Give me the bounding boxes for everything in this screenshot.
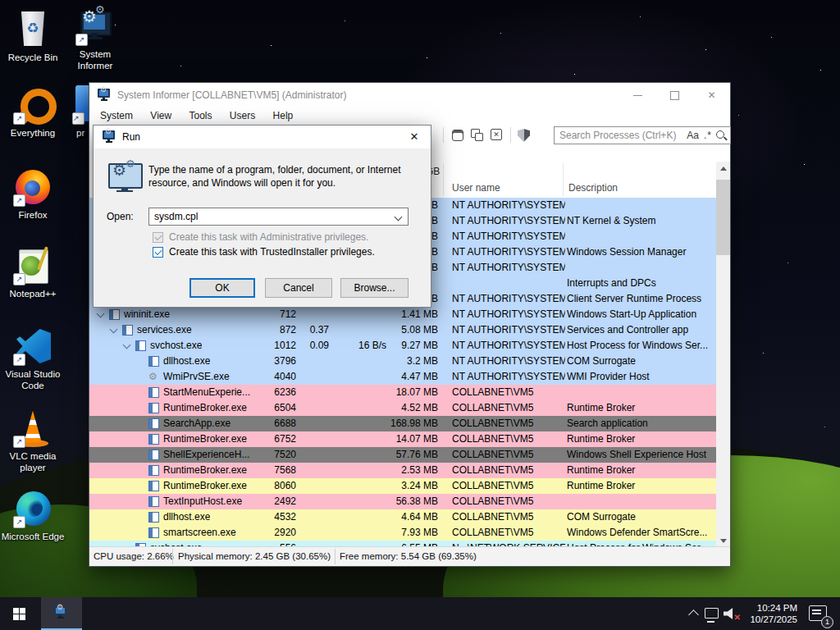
close-icon[interactable]: ✕ xyxy=(398,126,431,148)
start-button[interactable] xyxy=(0,597,39,630)
process-private-bytes: 18.07 MB xyxy=(360,385,438,400)
volume-muted-icon[interactable]: ✕ xyxy=(724,608,740,619)
process-description: Search application xyxy=(567,416,716,431)
desktop-icon-system-informer[interactable]: ⚙ ⚙ ↗ System Informer xyxy=(64,7,126,71)
kill-window-button[interactable]: ✕ xyxy=(488,127,506,144)
process-description: WMI Provider Host xyxy=(567,369,716,385)
process-row[interactable]: RuntimeBroker.exe65044.52 MBCOLLABNET\VM… xyxy=(89,400,718,416)
search-input[interactable] xyxy=(555,130,684,141)
process-row[interactable]: RuntimeBroker.exe75682.53 MBCOLLABNET\VM… xyxy=(89,463,718,478)
column-divider[interactable] xyxy=(443,163,444,196)
triangle-up-icon xyxy=(720,167,727,171)
process-icon xyxy=(148,450,159,460)
process-row[interactable]: services.exe8720.375.08 MBNT AUTHORITY\S… xyxy=(89,322,718,338)
expand-chevron-icon[interactable] xyxy=(97,310,105,318)
status-physical-memory: Physical memory: 2.45 GB (30.65%) xyxy=(178,550,331,563)
process-row[interactable]: ⚙WmiPrvSE.exe40404.47 MBNT AUTHORITY\SYS… xyxy=(89,369,718,385)
scrollbar-thumb[interactable] xyxy=(716,180,730,255)
system-tray: ✕ 10:24 PM 10/27/2025 1 xyxy=(668,597,840,630)
network-icon[interactable] xyxy=(705,608,719,619)
process-user-name: COLLABNET\VM5 xyxy=(452,509,565,525)
process-pid: 6688 xyxy=(237,416,296,431)
process-pid: 2492 xyxy=(237,494,296,509)
expand-chevron-icon[interactable] xyxy=(123,341,131,349)
minimize-icon xyxy=(633,95,642,96)
menu-users[interactable]: Users xyxy=(222,107,262,124)
process-description: Runtime Broker xyxy=(567,463,716,478)
process-description: Windows Session Manager xyxy=(567,244,716,260)
shortcut-arrow-icon: ↗ xyxy=(13,273,25,285)
status-divider xyxy=(335,549,336,564)
process-description: Runtime Broker xyxy=(567,478,716,494)
open-combobox[interactable]: sysdm.cpl xyxy=(148,208,409,226)
elevation-shield-button[interactable] xyxy=(515,127,533,144)
desktop-icon-firefox[interactable]: ↗ Firefox xyxy=(0,167,66,221)
menu-system[interactable]: System xyxy=(93,107,140,124)
process-row[interactable]: svchost.exe10120.0916 B/s9.27 MBNT AUTHO… xyxy=(89,338,718,354)
minimize-button[interactable] xyxy=(619,83,656,107)
process-user-name: NT AUTHORITY\SYSTEM xyxy=(452,213,565,229)
process-pid: 2920 xyxy=(237,525,296,541)
close-button[interactable]: ✕ xyxy=(693,83,730,107)
column-header-user-name[interactable]: User name xyxy=(452,182,500,194)
process-pid: 6236 xyxy=(237,385,296,400)
process-row[interactable]: dllhost.exe37963.2 MBNT AUTHORITY\SYSTEM… xyxy=(89,354,718,369)
expand-chevron-icon[interactable] xyxy=(110,326,118,334)
desktop-icon-edge[interactable]: ↗ Microsoft Edge xyxy=(0,489,66,542)
menu-tools[interactable]: Tools xyxy=(182,107,220,124)
desktop-icon-vscode[interactable]: ↗ Visual Studio Code xyxy=(0,326,66,391)
taskbar-clock[interactable]: 10:24 PM 10/27/2025 xyxy=(740,602,797,625)
regex-toggle[interactable]: .* xyxy=(701,130,714,141)
notification-badge: 1 xyxy=(821,616,833,628)
process-row[interactable]: RuntimeBroker.exe675214.07 MBCOLLABNET\V… xyxy=(89,431,718,447)
process-private-bytes: 57.76 MB xyxy=(360,447,438,463)
process-user-name: COLLABNET\VM5 xyxy=(452,431,565,447)
menu-help[interactable]: Help xyxy=(266,107,301,124)
process-row[interactable]: TextInputHost.exe249256.38 MBCOLLABNET\V… xyxy=(89,494,718,509)
match-case-toggle[interactable]: Aa xyxy=(684,130,701,141)
cancel-button[interactable]: Cancel xyxy=(265,278,332,298)
chevron-down-icon[interactable] xyxy=(395,213,403,221)
vertical-scrollbar[interactable] xyxy=(716,162,730,548)
taskbar-app-system-informer[interactable]: ⚙ xyxy=(41,597,82,630)
windows-stack-icon xyxy=(475,133,483,141)
process-description: Host Process for Windows Ser... xyxy=(567,338,716,354)
scroll-up-button[interactable] xyxy=(716,162,730,176)
trustedinstaller-privileges-checkbox[interactable] xyxy=(153,247,163,258)
desktop-icon-vlc[interactable]: ↗ VLC media player xyxy=(0,409,66,473)
desktop-icon-label: VLC media player xyxy=(0,450,66,473)
find-window-button[interactable] xyxy=(449,127,467,144)
window-titlebar[interactable]: ⚙ System Informer [COLLABNET\VM5] (Admin… xyxy=(89,83,730,107)
shortcut-arrow-icon: ↗ xyxy=(72,112,84,125)
process-row[interactable]: SearchApp.exe6688168.98 MBCOLLABNET\VM5S… xyxy=(89,416,718,431)
ok-button[interactable]: OK xyxy=(189,278,255,298)
shortcut-arrow-icon: ↗ xyxy=(13,436,25,448)
menu-view[interactable]: View xyxy=(143,107,179,124)
browse-button[interactable]: Browse... xyxy=(340,278,409,298)
process-row[interactable]: wininit.exe7121.41 MBNT AUTHORITY\SYSTEM… xyxy=(89,307,718,322)
search-icon[interactable] xyxy=(714,129,728,142)
process-name: services.exe xyxy=(137,322,192,338)
trustedinstaller-privileges-label[interactable]: Create this task with TrustedInstaller p… xyxy=(169,246,375,258)
process-user-name: NT AUTHORITY\SYSTEM xyxy=(452,322,565,338)
process-row[interactable]: smartscreen.exe29207.93 MBCOLLABNET\VM5W… xyxy=(89,525,718,541)
column-header-description[interactable]: Description xyxy=(568,182,618,194)
desktop-icon-recycle-bin[interactable]: ♻ Recycle Bin xyxy=(0,10,66,63)
process-row[interactable]: ShellExperienceH...752057.76 MBCOLLABNET… xyxy=(89,447,718,463)
process-row[interactable]: RuntimeBroker.exe80603.24 MBCOLLABNET\VM… xyxy=(89,478,718,494)
maximize-button[interactable] xyxy=(656,83,693,107)
run-dialog-titlebar[interactable]: ⚙ Run ✕ xyxy=(94,126,431,148)
gear-icon: ⚙ xyxy=(112,162,126,179)
process-row[interactable]: dllhost.exe45324.64 MBCOLLABNET\VM5COM S… xyxy=(89,509,718,525)
tray-chevron-up-icon[interactable] xyxy=(688,609,699,620)
process-row[interactable]: StartMenuExperie...623618.07 MBCOLLABNET… xyxy=(89,385,718,400)
process-name: WmiPrvSE.exe xyxy=(163,369,230,385)
run-dialog-title: Run xyxy=(122,131,140,143)
column-divider[interactable] xyxy=(563,163,564,196)
process-icon xyxy=(148,434,159,445)
desktop-icon-label: Firefox xyxy=(0,209,66,221)
admin-privileges-checkbox xyxy=(153,232,163,243)
desktop-icon-notepadpp[interactable]: ↗ Notepad++ xyxy=(0,246,66,299)
find-window-thread-button[interactable] xyxy=(468,127,486,144)
desktop-icon-everything[interactable]: ↗ Everything xyxy=(0,85,66,139)
